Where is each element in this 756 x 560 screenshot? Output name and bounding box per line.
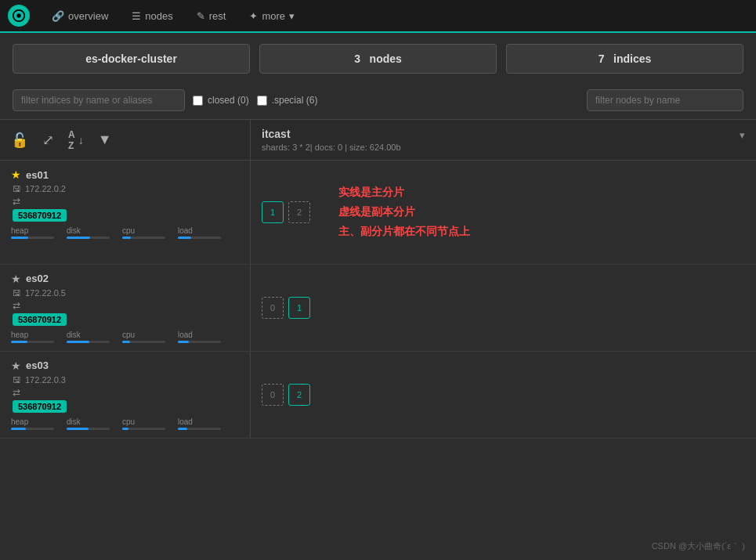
special-filter-label[interactable]: .special (6) <box>257 95 318 106</box>
index-meta: shards: 3 * 2| docs: 0 | size: 624.00b <box>262 143 733 152</box>
node-ip-es02: 172.22.0.5 <box>25 288 66 298</box>
node-star-es01: ★ <box>11 168 21 181</box>
node-type-icon-es03: ⇄ <box>13 387 20 398</box>
index-dropdown-arrow[interactable]: ▾ <box>740 129 745 141</box>
node-badge-es01: 536870912 <box>13 209 67 222</box>
nodes-count-card: 3 nodes <box>259 44 497 74</box>
node-metrics-es02: heap disk cpu load <box>11 331 239 343</box>
shard-cell-row-es01: 1 2 实线是主分片 虚线是副本分片 主、副分片都在不同节点上 <box>251 161 756 264</box>
node-type-icon-es01: ⇄ <box>13 196 20 207</box>
node-star-es03: ★ <box>11 359 21 372</box>
more-icon: ✦ <box>249 10 258 22</box>
summary-row: es-docker-cluster 3 nodes 7 indices <box>0 33 756 85</box>
closed-filter-label[interactable]: closed (0) <box>193 95 249 106</box>
node-type-icon-es02: ⇄ <box>13 300 20 311</box>
indices-label: indices <box>613 52 651 65</box>
app-logo <box>8 5 30 27</box>
cluster-name-card: es-docker-cluster <box>13 44 250 74</box>
metric-label-cpu-es03: cpu <box>122 417 135 426</box>
closed-filter-text: closed (0) <box>208 95 249 106</box>
shard-2-es03[interactable]: 2 <box>288 384 310 406</box>
filter-icon[interactable]: ▼ <box>98 132 112 148</box>
node-metrics-es01: heap disk cpu load <box>11 226 239 239</box>
node-cell-es02: ★ es02 🖫 172.22.0.5 ⇄ 536870912 <box>0 265 251 351</box>
table-row: ★ es03 🖫 172.22.0.3 ⇄ 536870912 <box>0 352 756 439</box>
filter-nodes-input[interactable] <box>587 89 743 111</box>
expand-icon[interactable]: ⤢ <box>42 132 54 149</box>
metric-label-heap-es02: heap <box>11 331 28 339</box>
nav-item-more[interactable]: ✦ more ▾ <box>240 7 304 25</box>
nav-label-nodes: nodes <box>145 10 172 22</box>
node-metrics-es03: heap disk cpu load <box>11 417 239 430</box>
rest-icon: ✎ <box>197 10 205 22</box>
nav-label-rest: rest <box>209 10 226 22</box>
filter-indices-input[interactable] <box>13 89 185 111</box>
node-ip-es01: 172.22.0.2 <box>25 184 66 193</box>
metric-label-heap-es03: heap <box>11 417 28 426</box>
node-badge-es03: 536870912 <box>13 400 67 413</box>
metric-label-disk-es01: disk <box>67 226 81 235</box>
more-dropdown-arrow: ▾ <box>289 10 295 22</box>
metric-label-load-es01: load <box>178 226 193 235</box>
nav-item-nodes[interactable]: ☰ nodes <box>122 7 182 25</box>
main-content: 🔓 ⤢ AZ ↓ ▼ itcast shards: 3 * 2| docs: 0… <box>0 119 756 439</box>
nodes-label: nodes <box>370 52 402 65</box>
shard-1-es02[interactable]: 1 <box>288 297 310 319</box>
annotation-text: 实线是主分片 虚线是副本分片 主、副分片都在不同节点上 <box>315 167 494 258</box>
sort-az-icon[interactable]: AZ ↓ <box>68 129 84 151</box>
cluster-name: es-docker-cluster <box>85 52 177 65</box>
indices-count-card: 7 indices <box>506 44 743 74</box>
metric-label-disk-es03: disk <box>67 417 81 426</box>
special-checkbox[interactable] <box>257 96 267 106</box>
table-row: ★ es02 🖫 172.22.0.5 ⇄ 536870912 <box>0 265 756 352</box>
lock-icon[interactable]: 🔓 <box>11 132 28 149</box>
top-navigation: 🔗 overview ☰ nodes ✎ rest ✦ more ▾ <box>0 0 756 33</box>
metric-label-load-es03: load <box>178 417 193 426</box>
disk-icon-es03: 🖫 <box>13 375 21 385</box>
metric-label-load-es02: load <box>178 331 193 339</box>
index-name: itcast <box>262 128 733 140</box>
node-ip-es03: 172.22.0.3 <box>25 375 66 385</box>
metric-label-heap-es01: heap <box>11 226 28 235</box>
filter-row: closed (0) .special (6) <box>0 85 756 119</box>
metric-label-cpu-es01: cpu <box>122 226 135 235</box>
table-row: ★ es01 🖫 172.22.0.2 ⇄ 536870912 <box>0 161 756 265</box>
nav-label-overview: overview <box>68 10 108 22</box>
svg-point-1 <box>16 13 20 17</box>
node-cell-es03: ★ es03 🖫 172.22.0.3 ⇄ 536870912 <box>0 352 251 438</box>
special-filter-text: .special (6) <box>272 95 318 106</box>
disk-icon-es02: 🖫 <box>13 288 21 298</box>
nodes-icon: ☰ <box>132 10 141 22</box>
node-star-es02: ★ <box>11 273 21 285</box>
node-name-es01: es01 <box>26 169 49 181</box>
watermark: CSDN @大小曲奇(´ε｀ ) <box>652 540 745 552</box>
node-cell-es01: ★ es01 🖫 172.22.0.2 ⇄ 536870912 <box>0 161 251 264</box>
shard-0-es02[interactable]: 0 <box>262 297 284 319</box>
node-badge-es02: 536870912 <box>13 313 67 326</box>
node-name-es02: es02 <box>26 273 49 284</box>
indices-count: 7 <box>599 52 605 65</box>
nav-label-more: more <box>262 10 285 22</box>
shard-cell-row-es03: 0 2 <box>251 352 756 438</box>
shard-1-es01[interactable]: 1 <box>262 201 284 223</box>
node-name-es03: es03 <box>26 359 49 371</box>
closed-checkbox[interactable] <box>193 96 203 106</box>
shard-0-es03[interactable]: 0 <box>262 384 284 406</box>
metric-label-cpu-es02: cpu <box>122 331 135 339</box>
nav-item-overview[interactable]: 🔗 overview <box>42 7 118 25</box>
shard-cell-row-es02: 0 1 <box>251 265 756 351</box>
metric-label-disk-es02: disk <box>67 331 81 339</box>
overview-icon: 🔗 <box>52 10 64 22</box>
disk-icon-es01: 🖫 <box>13 184 21 193</box>
nav-item-rest[interactable]: ✎ rest <box>187 7 236 25</box>
shard-2-es01[interactable]: 2 <box>288 201 310 223</box>
nodes-count: 3 <box>354 52 360 65</box>
